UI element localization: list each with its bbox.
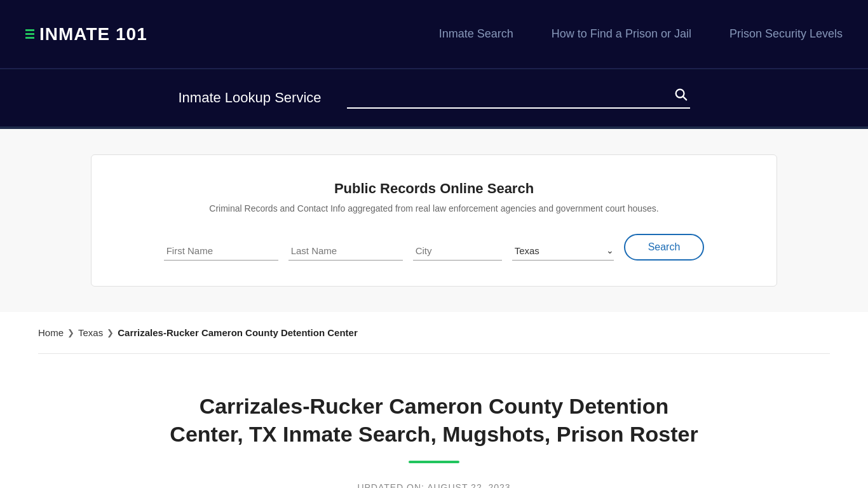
- search-icon-button[interactable]: [671, 87, 690, 105]
- main-content: Public Records Online Search Criminal Re…: [0, 129, 868, 312]
- search-form: Texas Alabama Alaska Arizona California …: [130, 234, 738, 261]
- chevron-down-icon: ⌄: [606, 245, 614, 256]
- logo-text: INMATE 101: [39, 24, 147, 44]
- first-name-input[interactable]: [164, 241, 278, 261]
- search-icon: [674, 87, 688, 101]
- breadcrumb-state[interactable]: Texas: [78, 327, 103, 338]
- nav-how-to-find[interactable]: How to Find a Prison or Jail: [552, 27, 691, 41]
- breadcrumb-home[interactable]: Home: [38, 327, 64, 338]
- public-records-card: Public Records Online Search Criminal Re…: [91, 154, 777, 287]
- title-underline: [409, 461, 459, 463]
- page-title: Carrizales-Rucker Cameron County Detenti…: [161, 392, 707, 448]
- chevron-right-icon-2: ❯: [107, 328, 114, 337]
- inmate-lookup-section: Inmate Lookup Service: [0, 69, 868, 126]
- last-name-input[interactable]: [288, 241, 403, 261]
- city-input[interactable]: [413, 241, 502, 261]
- breadcrumb-current: Carrizales-Rucker Cameron County Detenti…: [118, 327, 358, 338]
- search-button[interactable]: Search: [624, 234, 705, 261]
- state-select[interactable]: Texas Alabama Alaska Arizona California …: [512, 241, 606, 260]
- search-input[interactable]: [347, 90, 671, 103]
- page-title-section: Carrizales-Rucker Cameron County Detenti…: [0, 354, 868, 488]
- breadcrumb: Home ❯ Texas ❯ Carrizales-Rucker Cameron…: [38, 327, 830, 338]
- card-title: Public Records Online Search: [130, 180, 738, 197]
- lookup-label: Inmate Lookup Service: [178, 90, 321, 106]
- nav-inmate-search[interactable]: Inmate Search: [439, 27, 513, 41]
- state-select-wrapper: Texas Alabama Alaska Arizona California …: [512, 241, 614, 261]
- updated-text: UPDATED ON: AUGUST 22, 2023: [38, 482, 830, 488]
- logo-bars-icon: [25, 29, 34, 39]
- nav-security-levels[interactable]: Prison Security Levels: [729, 27, 843, 41]
- card-subtitle: Criminal Records and Contact Info aggreg…: [130, 203, 738, 214]
- breadcrumb-section: Home ❯ Texas ❯ Carrizales-Rucker Cameron…: [0, 312, 868, 353]
- svg-line-1: [683, 97, 686, 100]
- top-navigation: INMATE 101 Inmate Search How to Find a P…: [0, 0, 868, 69]
- nav-links: Inmate Search How to Find a Prison or Ja…: [439, 27, 843, 41]
- chevron-right-icon: ❯: [67, 328, 74, 337]
- logo[interactable]: INMATE 101: [25, 24, 147, 44]
- search-bar: [347, 87, 690, 109]
